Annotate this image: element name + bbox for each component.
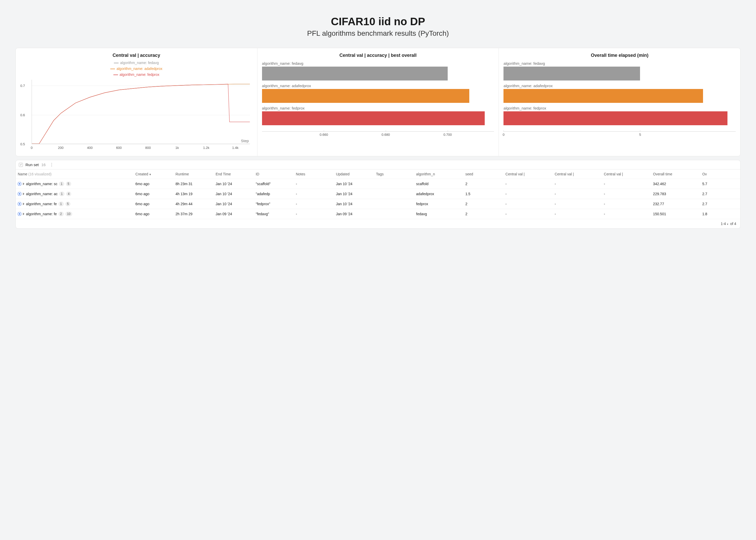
expand-caret-icon[interactable]	[23, 193, 24, 195]
expand-caret-icon[interactable]	[23, 183, 24, 185]
col-header[interactable]: Updated	[334, 170, 374, 179]
table-cell: -	[602, 209, 651, 219]
bar-axis-accuracy: 0.6600.6800.700	[262, 131, 494, 139]
table-body: algorithm_name: sc 1 5 6mo ago8h 23m 31J…	[16, 179, 740, 219]
table-cell: -	[602, 179, 651, 189]
table-cell: 6mo ago	[133, 189, 174, 199]
bar-track	[262, 89, 494, 103]
col-header[interactable]: Ov	[700, 170, 740, 179]
bar-label: algorithm_name: adafedprox	[503, 83, 736, 88]
panel-accuracy[interactable]: Central val | accuracy algorithm_name: f…	[16, 48, 257, 156]
table-cell: -	[553, 199, 602, 209]
line-xtick: 600	[116, 146, 122, 150]
row-badge: 4	[66, 192, 71, 196]
table-cell: -	[553, 209, 602, 219]
col-header[interactable]: Central val |	[503, 170, 553, 179]
table-cell: 4h 13m 19	[174, 189, 214, 199]
table-cell: -	[294, 199, 334, 209]
pager-dropdown-icon[interactable]: ▾	[727, 223, 728, 225]
visibility-eye-icon[interactable]	[18, 202, 21, 206]
visibility-eye-icon[interactable]	[18, 182, 21, 186]
table-cell: "fedavg"	[254, 209, 294, 219]
row-name-text: algorithm_name: sc	[26, 182, 57, 186]
col-header[interactable]: Notes	[294, 170, 334, 179]
row-badge: 1	[59, 202, 64, 206]
page-title: CIFAR10 iid no DP	[15, 15, 741, 28]
panel-best-accuracy-title: Central val | accuracy | best overall	[262, 53, 494, 58]
col-header[interactable]: ID	[254, 170, 294, 179]
table-row[interactable]: algorithm_name: ac 1 4 6mo ago4h 13m 19J…	[16, 189, 740, 199]
table-cell: 2.7	[700, 189, 740, 199]
bar-fill	[503, 67, 640, 80]
table-cell: 232.77	[651, 199, 700, 209]
table-cell: -	[553, 189, 602, 199]
line-ytick: 0.5	[20, 142, 25, 146]
table-cell: 8h 23m 31	[174, 179, 214, 189]
bar-label: algorithm_name: fedavg	[503, 61, 736, 66]
chart-panels: Central val | accuracy algorithm_name: f…	[15, 48, 741, 156]
legend-swatch-fedavg	[114, 63, 119, 63]
runset-count: 16	[42, 163, 46, 167]
bar-label: algorithm_name: adafedprox	[262, 83, 494, 88]
table-cell: "fedprox"	[254, 199, 294, 209]
row-badge: 1	[59, 192, 64, 196]
panel-time-elapsed[interactable]: Overall time elapsed (min) algorithm_nam…	[499, 48, 740, 156]
line-ytick: 0.7	[20, 84, 25, 88]
line-series	[32, 84, 250, 144]
col-header[interactable]: Central val |	[602, 170, 651, 179]
col-header[interactable]: Overall time	[651, 170, 700, 179]
row-name-text: algorithm_name: fe	[26, 212, 57, 216]
table-cell: -	[503, 209, 553, 219]
table-cell: -	[503, 189, 553, 199]
bar-chart-accuracy: algorithm_name: fedavgalgorithm_name: ad…	[262, 61, 494, 125]
table-row[interactable]: algorithm_name: sc 1 5 6mo ago8h 23m 31J…	[16, 179, 740, 189]
table-row[interactable]: algorithm_name: fe 2 10 6mo ago2h 37m 29…	[16, 209, 740, 219]
visibility-eye-icon[interactable]	[18, 212, 21, 216]
col-header[interactable]: Runtime	[174, 170, 214, 179]
bar-xtick: 5	[639, 133, 641, 137]
table-cell: 1.8	[700, 209, 740, 219]
table-cell: "adafedp	[254, 189, 294, 199]
table-cell: Jan 09 '24	[213, 209, 254, 219]
col-header[interactable]: Tags	[374, 170, 414, 179]
panel-best-accuracy[interactable]: Central val | accuracy | best overall al…	[257, 48, 499, 156]
visibility-eye-icon[interactable]	[18, 192, 21, 196]
bar-fill	[262, 89, 469, 103]
table-cell: -	[503, 179, 553, 189]
col-header[interactable]: algorithm_n	[414, 170, 463, 179]
table-cell: 6mo ago	[133, 199, 174, 209]
bar-fill	[503, 89, 703, 103]
row-name-text: algorithm_name: ac	[26, 192, 58, 196]
table-cell: Jan 10 '24	[334, 179, 374, 189]
row-badge: 10	[65, 211, 72, 216]
table-cell: 6mo ago	[133, 209, 174, 219]
col-header[interactable]: seed	[463, 170, 503, 179]
expand-caret-icon[interactable]	[23, 202, 24, 205]
bar-track	[503, 89, 736, 103]
runset-checkbox[interactable]: ✓	[19, 163, 23, 167]
col-header[interactable]: Created ▼	[133, 170, 174, 179]
table-cell: 6mo ago	[133, 179, 174, 189]
line-series	[32, 84, 250, 144]
line-xaxis-label: Step	[241, 139, 249, 143]
col-header[interactable]: Central val |	[553, 170, 602, 179]
col-header[interactable]: End Time	[213, 170, 254, 179]
table-cell: 2	[463, 179, 503, 189]
table-cell	[374, 209, 414, 219]
table-cell	[374, 179, 414, 189]
bar-fill	[503, 111, 727, 125]
runset-menu-icon[interactable]: ⋮	[50, 162, 54, 167]
row-badge: 5	[66, 182, 71, 186]
page-subtitle: PFL algorithms benchmark results (PyTorc…	[15, 29, 741, 38]
table-cell: -	[553, 179, 602, 189]
table-cell: Jan 10 '24	[334, 199, 374, 209]
table-cell: Jan 09 '24	[334, 209, 374, 219]
bar-axis-time: 05	[503, 131, 736, 139]
expand-caret-icon[interactable]	[23, 213, 24, 215]
table-cell: 5.7	[700, 179, 740, 189]
table-row[interactable]: algorithm_name: fe 1 5 6mo ago4h 29m 44J…	[16, 199, 740, 209]
bar-label: algorithm_name: fedprox	[262, 106, 494, 110]
col-header-name[interactable]: Name (16 visualized)	[16, 170, 133, 179]
row-badge: 5	[65, 202, 71, 206]
table-pager[interactable]: 1-4 ▾ of 4	[16, 219, 740, 228]
